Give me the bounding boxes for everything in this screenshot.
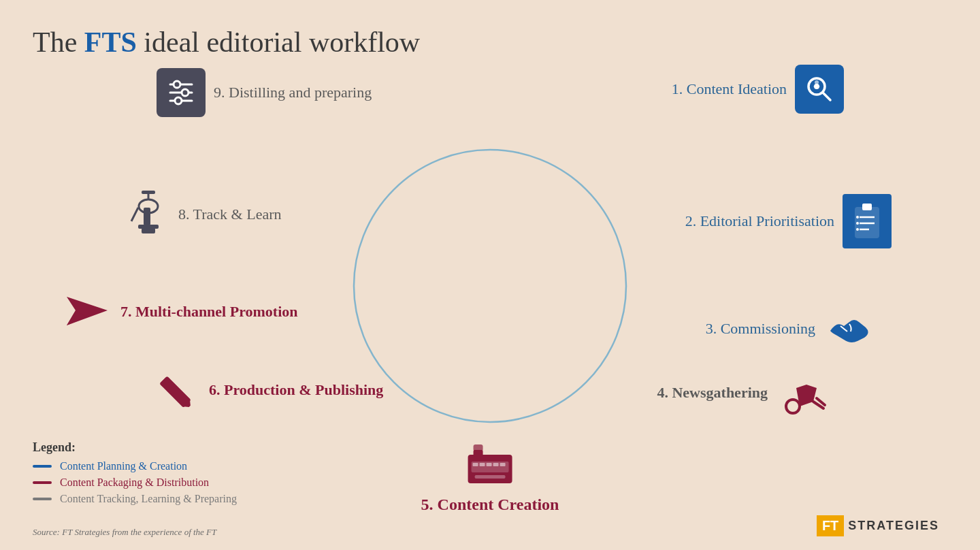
svg-point-11 (856, 216, 859, 219)
step-6: 6. Production & Publishing (153, 368, 383, 412)
step-7: 7. Multi-channel Promotion (61, 289, 298, 334)
step-5: 5. Content Creation (421, 436, 559, 514)
step-4-icon (776, 369, 830, 417)
step-2-icon (843, 194, 892, 248)
svg-point-44 (175, 97, 182, 104)
svg-line-3 (823, 93, 830, 100)
svg-rect-25 (500, 463, 506, 466)
svg-rect-34 (144, 208, 150, 225)
svg-rect-19 (474, 444, 483, 451)
legend-item-gray: Content Tracking, Learning & Preparing (33, 493, 237, 505)
legend-item-blue: Content Planning & Creation (33, 460, 237, 472)
step-3: 3. Commissioning (706, 305, 878, 353)
step-3-label: 3. Commissioning (706, 320, 815, 338)
step-2: 2. Editorial Prioritisation (685, 194, 892, 248)
svg-rect-22 (480, 463, 485, 466)
step-8: 8. Track & Learn (122, 187, 282, 242)
svg-point-13 (856, 228, 859, 231)
svg-point-12 (856, 222, 859, 225)
step-2-label: 2. Editorial Prioritisation (685, 212, 834, 230)
ft-logo: FT STRATEGIES (817, 515, 939, 536)
svg-rect-21 (473, 463, 478, 466)
svg-rect-24 (493, 463, 499, 466)
svg-rect-32 (142, 228, 155, 233)
step-5-label: 5. Content Creation (421, 496, 559, 514)
step-4: 4. Newsgathering (657, 369, 830, 417)
ft-tagline: STRATEGIES (848, 519, 939, 533)
step-9: 9. Distilling and preparing (157, 68, 372, 117)
step-4-label: 4. Newsgathering (657, 384, 768, 402)
legend-item-crimson: Content Packaging & Distribution (33, 476, 237, 489)
step-5-icon (459, 436, 521, 490)
svg-rect-26 (475, 475, 506, 479)
legend-title: Legend: (33, 440, 237, 455)
legend-text-blue: Content Planning & Creation (60, 460, 187, 472)
svg-point-43 (182, 89, 189, 96)
svg-point-0 (354, 150, 626, 422)
page-title: The FTS ideal editorial workflow (33, 26, 420, 59)
step-7-label: 7. Multi-channel Promotion (120, 303, 298, 321)
legend: Legend: Content Planning & Creation Cont… (33, 440, 237, 509)
step-6-label: 6. Production & Publishing (209, 381, 383, 399)
step-3-icon (823, 305, 878, 353)
svg-point-42 (174, 81, 180, 88)
svg-line-38 (131, 208, 138, 221)
svg-point-4 (815, 80, 819, 84)
svg-rect-23 (487, 463, 492, 466)
ft-brand: FT (817, 515, 844, 536)
step-1-label: 1. Content Ideation (672, 80, 787, 98)
step-1-icon (795, 65, 844, 114)
legend-text-gray: Content Tracking, Learning & Preparing (60, 493, 237, 505)
legend-line-crimson (33, 481, 52, 484)
legend-line-blue (33, 465, 52, 468)
step-6-icon (144, 357, 209, 422)
step-1: 1. Content Ideation (672, 65, 844, 114)
svg-point-14 (786, 400, 800, 413)
step-9-label: 9. Distilling and preparing (214, 84, 372, 101)
legend-line-gray (33, 498, 52, 500)
step-8-icon (122, 187, 170, 242)
source-text: Source: FT Strategies from the experienc… (33, 527, 216, 538)
step-8-label: 8. Track & Learn (178, 206, 282, 223)
svg-rect-7 (862, 204, 872, 210)
step-7-icon (61, 289, 112, 334)
step-9-icon (157, 68, 206, 117)
legend-text-crimson: Content Packaging & Distribution (60, 476, 209, 489)
svg-rect-37 (142, 191, 155, 194)
